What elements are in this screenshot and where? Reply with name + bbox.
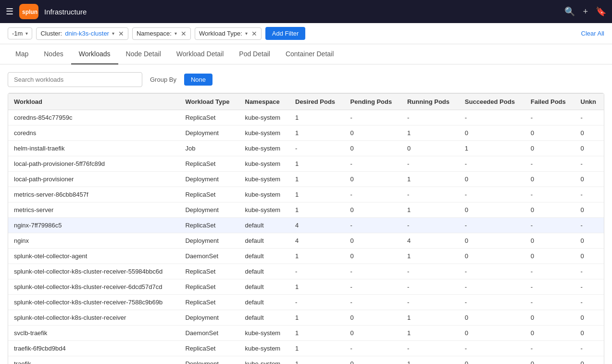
table-row[interactable]: splunk-otel-collector-k8s-cluster-receiv… bbox=[8, 279, 604, 295]
table-row[interactable]: splunk-otel-collector-agentDaemonSetdefa… bbox=[8, 249, 604, 264]
hamburger-icon[interactable]: ☰ bbox=[6, 6, 13, 17]
cluster-close-icon[interactable]: ✕ bbox=[118, 30, 124, 38]
workload-name: metrics-server bbox=[8, 202, 179, 218]
table-row[interactable]: traefikDeploymentkube-system101000 bbox=[8, 356, 604, 364]
workload-name: splunk-otel-collector-k8s-cluster-receiv… bbox=[8, 264, 179, 279]
group-by-button[interactable]: None bbox=[184, 74, 212, 86]
table-row[interactable]: coredns-854c77959cReplicaSetkube-system1… bbox=[8, 110, 604, 126]
pending-pods: 0 bbox=[345, 233, 401, 249]
table-row[interactable]: splunk-otel-collector-k8s-cluster-receiv… bbox=[8, 295, 604, 310]
table-row[interactable]: metrics-serverDeploymentkube-system10100… bbox=[8, 202, 604, 218]
svg-text:splunk>: splunk> bbox=[22, 9, 37, 15]
succeeded-pods: 0 bbox=[459, 249, 525, 264]
failed-pods: 0 bbox=[525, 356, 575, 364]
failed-pods: 0 bbox=[525, 141, 575, 156]
workload-type: ReplicaSet bbox=[179, 218, 239, 233]
table-row[interactable]: helm-install-traefikJobkube-system-00100 bbox=[8, 141, 604, 156]
desired-pods: 1 bbox=[289, 249, 345, 264]
group-by-label: Group By bbox=[150, 76, 176, 83]
workload-type: Deployment bbox=[179, 356, 239, 364]
workload-type: ReplicaSet bbox=[179, 187, 239, 202]
table-row[interactable]: metrics-server-86cbb8457fReplicaSetkube-… bbox=[8, 187, 604, 202]
pending-pods: 0 bbox=[345, 126, 401, 141]
unknown-pods: - bbox=[575, 110, 604, 126]
clear-all-button[interactable]: Clear All bbox=[581, 30, 604, 37]
tab-pod-detail[interactable]: Pod Detail bbox=[231, 44, 278, 64]
table-row[interactable]: nginx-7ff79986c5ReplicaSetdefault4----- bbox=[8, 218, 604, 233]
workload-name: helm-install-traefik bbox=[8, 141, 179, 156]
search-input[interactable] bbox=[8, 72, 142, 87]
namespace-filter-chip[interactable]: Namespace: ▾ ✕ bbox=[132, 27, 191, 40]
workload-type: ReplicaSet bbox=[179, 156, 239, 172]
table-row[interactable]: local-path-provisionerDeploymentkube-sys… bbox=[8, 172, 604, 187]
tab-map[interactable]: Map bbox=[8, 44, 36, 64]
running-pods: - bbox=[401, 279, 459, 295]
failed-pods: - bbox=[525, 264, 575, 279]
table-row[interactable]: splunk-otel-collector-k8s-cluster-receiv… bbox=[8, 264, 604, 279]
workload-name: splunk-otel-collector-agent bbox=[8, 249, 179, 264]
time-filter-chip[interactable]: -1m ▾ bbox=[8, 27, 32, 39]
tabs-bar: Map Nodes Workloads Node Detail Workload… bbox=[0, 44, 612, 64]
col-pending-pods: Pending Pods bbox=[345, 94, 401, 110]
namespace-filter-label: Namespace: bbox=[137, 30, 172, 37]
desired-pods: 1 bbox=[289, 156, 345, 172]
desired-pods: 1 bbox=[289, 310, 345, 326]
running-pods: 4 bbox=[401, 233, 459, 249]
tab-container-detail[interactable]: Container Detail bbox=[278, 44, 341, 64]
tab-workload-detail[interactable]: Workload Detail bbox=[169, 44, 232, 64]
table-row[interactable]: svclb-traefikDaemonSetkube-system101000 bbox=[8, 326, 604, 341]
table-row[interactable]: local-path-provisioner-5ff76fc89dReplica… bbox=[8, 156, 604, 172]
desired-pods: 1 bbox=[289, 202, 345, 218]
desired-pods: 1 bbox=[289, 126, 345, 141]
workloads-table: Workload Workload Type Namespace Desired… bbox=[8, 93, 604, 364]
search-icon[interactable]: 🔍 bbox=[564, 6, 575, 17]
unknown-pods: - bbox=[575, 187, 604, 202]
succeeded-pods: - bbox=[459, 279, 525, 295]
namespace-close-icon[interactable]: ✕ bbox=[181, 30, 187, 38]
add-icon[interactable]: + bbox=[583, 7, 588, 17]
succeeded-pods: 0 bbox=[459, 310, 525, 326]
namespace: default bbox=[239, 279, 290, 295]
failed-pods: 0 bbox=[525, 126, 575, 141]
unknown-pods: 0 bbox=[575, 172, 604, 187]
tab-nodes[interactable]: Nodes bbox=[36, 44, 71, 64]
top-nav: ☰ splunk> Infrastructure 🔍 + 🔖 bbox=[0, 0, 612, 23]
table-row[interactable]: corednsDeploymentkube-system101000 bbox=[8, 126, 604, 141]
workload-name: nginx-7ff79986c5 bbox=[8, 218, 179, 233]
workload-type-filter-chip[interactable]: Workload Type: ▾ ✕ bbox=[195, 27, 262, 40]
workload-type: ReplicaSet bbox=[179, 341, 239, 356]
workload-type: ReplicaSet bbox=[179, 264, 239, 279]
time-filter-value: -1m bbox=[12, 30, 23, 37]
unknown-pods: - bbox=[575, 264, 604, 279]
failed-pods: 0 bbox=[525, 202, 575, 218]
pending-pods: 0 bbox=[345, 202, 401, 218]
bookmark-icon[interactable]: 🔖 bbox=[596, 6, 606, 17]
table-row[interactable]: traefik-6f9cbd9bd4ReplicaSetkube-system1… bbox=[8, 341, 604, 356]
table-row[interactable]: nginxDeploymentdefault404000 bbox=[8, 233, 604, 249]
pending-pods: 0 bbox=[345, 310, 401, 326]
workload-type: Deployment bbox=[179, 172, 239, 187]
tab-workloads[interactable]: Workloads bbox=[71, 44, 118, 64]
col-desired-pods: Desired Pods bbox=[289, 94, 345, 110]
cluster-filter-chip[interactable]: Cluster: dnin-k3s-cluster ▾ ✕ bbox=[36, 27, 128, 40]
col-workload: Workload bbox=[8, 94, 179, 110]
pending-pods: - bbox=[345, 187, 401, 202]
workload-type: Deployment bbox=[179, 126, 239, 141]
namespace: kube-system bbox=[239, 341, 290, 356]
tab-node-detail[interactable]: Node Detail bbox=[118, 44, 169, 64]
workload-type: ReplicaSet bbox=[179, 110, 239, 126]
namespace: kube-system bbox=[239, 326, 290, 341]
unknown-pods: - bbox=[575, 156, 604, 172]
table-row[interactable]: splunk-otel-collector-k8s-cluster-receiv… bbox=[8, 310, 604, 326]
col-unknown: Unkn bbox=[575, 94, 604, 110]
unknown-pods: 0 bbox=[575, 326, 604, 341]
pending-pods: - bbox=[345, 264, 401, 279]
namespace: kube-system bbox=[239, 110, 290, 126]
workload-name: local-path-provisioner-5ff76fc89d bbox=[8, 156, 179, 172]
add-filter-button[interactable]: Add Filter bbox=[265, 27, 306, 40]
workload-type: Deployment bbox=[179, 202, 239, 218]
workload-type-close-icon[interactable]: ✕ bbox=[251, 30, 257, 38]
running-pods: 1 bbox=[401, 356, 459, 364]
namespace: default bbox=[239, 295, 290, 310]
workload-name: traefik bbox=[8, 356, 179, 364]
